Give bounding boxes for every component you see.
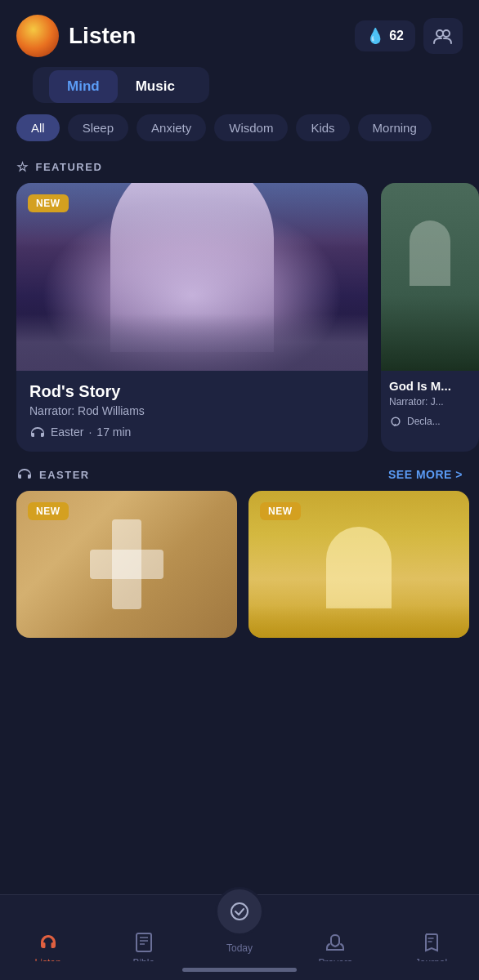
new-badge-easter-cross: NEW [28,502,69,520]
card-narrator-god-is: Narrator: J... [389,396,471,408]
main-tabs-container: Mind Music [0,67,479,103]
main-tabs: Mind Music [33,67,209,103]
profile-button[interactable] [423,18,463,54]
headphones-icon [29,426,46,438]
home-indicator-bar [0,961,479,980]
card-narrator-rods-story: Narrator: Rod Williams [29,404,355,417]
svg-point-1 [443,30,450,37]
card-image-god-is [381,183,479,371]
rods-story-image [16,183,368,371]
easter-cards-row: NEW NEW [0,491,479,638]
header: Listen 💧 62 [0,0,479,67]
listen-nav-icon [37,931,60,954]
nav-item-today[interactable]: Today [191,887,287,954]
featured-label: FEATURED [36,161,103,173]
streak-count: 62 [389,29,404,43]
star-icon: ☆ [16,159,29,175]
home-bar [182,968,297,972]
easter-section-header: EASTER SEE MORE > [0,452,479,491]
card-category-rods-story: Easter [51,425,83,439]
header-actions: 💧 62 [355,18,463,54]
page-title: Listen [69,23,345,49]
tab-mind[interactable]: Mind [49,70,118,103]
featured-section-header: ☆ FEATURED [0,145,479,183]
profile-icon [432,25,454,47]
desert-arch [326,527,392,608]
new-badge-rods-story: NEW [28,194,69,212]
pill-kids[interactable]: Kids [296,114,349,141]
card-duration-rods-story: 17 min [96,425,131,439]
easter-card-cross-image: NEW [16,491,237,638]
card-meta-rods-story: Easter · 17 min [29,425,355,439]
featured-card-god-is[interactable]: God Is M... Narrator: J... Decla... [381,183,479,452]
svg-point-0 [436,30,443,37]
see-more-button[interactable]: SEE MORE > [388,468,463,481]
category-row: All Sleep Anxiety Wisdom Kids Morning [0,103,479,145]
easter-label: EASTER [39,469,90,481]
svg-point-7 [231,903,248,920]
new-badge-easter-desert: NEW [260,502,301,520]
card-title-god-is: God Is M... [389,379,471,393]
book-icon [134,932,154,953]
card-image-rods-story: NEW [16,183,368,371]
journal-icon [421,932,441,953]
prayers-nav-icon [324,931,347,954]
speech-icon [389,416,402,426]
headphones-nav-icon [38,933,59,951]
headphones-section-icon [16,468,33,481]
card-meta-god-is: Decla... [389,416,471,427]
featured-card-rods-story[interactable]: NEW Rod's Story Narrator: Rod Williams E… [16,183,368,452]
easter-section-left: EASTER [16,468,90,481]
dot-separator: · [88,425,92,439]
card-category-god-is: Decla... [407,416,441,427]
pill-morning[interactable]: Morning [358,114,432,141]
god-is-image [381,183,479,371]
bible-nav-icon [132,931,155,954]
pill-wisdom[interactable]: Wisdom [214,114,288,141]
pill-all[interactable]: All [16,114,60,141]
today-nav-label: Today [226,942,253,954]
svg-rect-3 [137,933,151,951]
journal-nav-icon [419,931,442,954]
pill-anxiety[interactable]: Anxiety [137,114,206,141]
card-info-rods-story: Rod's Story Narrator: Rod Williams Easte… [16,371,368,452]
avatar[interactable] [16,15,59,57]
card-title-rods-story: Rod's Story [29,382,355,401]
easter-card-desert-image: NEW [248,491,469,638]
featured-carousel: NEW Rod's Story Narrator: Rod Williams E… [0,183,479,452]
easter-card-desert[interactable]: NEW [248,491,469,638]
drop-icon: 💧 [366,27,384,45]
today-circle [215,887,264,936]
tab-music[interactable]: Music [118,70,193,103]
hands-icon [325,933,346,952]
pill-sleep[interactable]: Sleep [68,114,128,141]
streak-badge[interactable]: 💧 62 [355,20,415,51]
checkmark-icon [228,900,251,923]
card-info-god-is: God Is M... Narrator: J... Decla... [381,371,479,437]
easter-card-cross[interactable]: NEW [16,491,237,638]
